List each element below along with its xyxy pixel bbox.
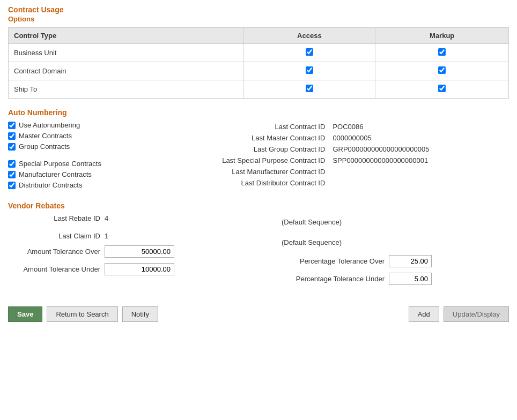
last-contract-id-label: Last Contract ID — [137, 121, 329, 132]
page-title: Contract Usage — [8, 5, 509, 14]
last-master-contract-id-label: Last Master Contract ID — [137, 132, 329, 144]
business-unit-access-checkbox[interactable] — [306, 48, 313, 56]
pct-tolerance-over-input[interactable] — [389, 255, 432, 267]
last-claim-id-value: 1 — [105, 232, 126, 240]
pct-tolerance-under-input[interactable] — [389, 273, 432, 285]
last-rebate-id-label: Last Rebate ID — [8, 214, 105, 222]
add-button[interactable]: Add — [409, 306, 439, 322]
last-claim-id-label: Last Claim ID — [8, 232, 105, 240]
table-row: Last Contract ID POC0086 — [137, 121, 509, 132]
last-master-contract-id-value: 0000000005 — [329, 132, 509, 144]
last-rebate-id-value: 4 — [105, 214, 126, 222]
col-header-access: Access — [243, 28, 375, 44]
auto-numbering-section: Auto Numbering Use Autonumbering Master … — [8, 108, 509, 192]
table-row: Last Distributor Contract ID — [137, 177, 509, 189]
pct-tolerance-under-label: Percentage Tolerance Under — [282, 275, 389, 283]
return-to-search-button[interactable]: Return to Search — [47, 306, 117, 322]
vendor-right: (Default Sequence) (Default Sequence) Pe… — [282, 214, 509, 290]
footer-buttons: Save Return to Search Notify Add Update/… — [8, 301, 509, 322]
amount-tolerance-under-input[interactable] — [105, 263, 174, 275]
table-row: Business Unit — [9, 44, 509, 62]
manufacturer-contracts-label: Manufacturer Contracts — [19, 170, 92, 178]
table-row: Last Master Contract ID 0000000005 — [137, 132, 509, 144]
amount-tolerance-over-label: Amount Tolerance Over — [8, 248, 105, 256]
last-group-contract-id-value: GRP000000000000000000005 — [329, 144, 509, 155]
group-contracts-checkbox[interactable] — [8, 143, 16, 151]
ship-to-access-checkbox[interactable] — [306, 85, 313, 92]
last-group-contract-id-label: Last Group Contract ID — [137, 144, 329, 155]
control-type-business-unit: Business Unit — [9, 44, 243, 62]
amount-tolerance-under-label: Amount Tolerance Under — [8, 265, 105, 273]
last-special-purpose-contract-id-value: SPP000000000000000000001 — [329, 155, 509, 166]
master-contracts-checkbox[interactable] — [8, 132, 16, 140]
page-subtitle: Options — [8, 15, 509, 23]
use-autonumbering-label: Use Autonumbering — [19, 121, 80, 129]
special-purpose-contracts-label: Special Purpose Contracts — [19, 160, 101, 168]
default-sequence-claim: (Default Sequence) — [282, 235, 509, 250]
table-row: Contract Domain — [9, 62, 509, 80]
id-table: Last Contract ID POC0086 Last Master Con… — [137, 121, 509, 189]
last-contract-id-value: POC0086 — [329, 121, 509, 132]
default-sequence-rebate: (Default Sequence) — [282, 214, 509, 229]
last-manufacturer-contract-id-value — [329, 166, 509, 177]
last-special-purpose-contract-id-label: Last Special Purpose Contract ID — [137, 155, 329, 166]
last-manufacturer-contract-id-label: Last Manufacturer Contract ID — [137, 166, 329, 177]
col-header-markup: Markup — [375, 28, 509, 44]
use-autonumbering-checkbox[interactable] — [8, 122, 16, 129]
group-contracts-label: Group Contracts — [19, 142, 70, 151]
auto-numbering-title: Auto Numbering — [8, 108, 509, 117]
special-purpose-contracts-checkbox[interactable] — [8, 160, 16, 168]
save-button[interactable]: Save — [8, 306, 42, 322]
table-row: Ship To — [9, 80, 509, 99]
notify-button[interactable]: Notify — [122, 306, 158, 322]
last-distributor-contract-id-value — [329, 177, 509, 189]
distributor-contracts-checkbox[interactable] — [8, 182, 16, 189]
contract-domain-access-checkbox[interactable] — [306, 66, 313, 74]
master-contracts-label: Master Contracts — [19, 132, 72, 140]
pct-tolerance-over-label: Percentage Tolerance Over — [282, 257, 389, 265]
table-row: Last Group Contract ID GRP00000000000000… — [137, 144, 509, 155]
ship-to-markup-checkbox[interactable] — [438, 85, 446, 92]
control-type-ship-to: Ship To — [9, 80, 243, 99]
footer-left-buttons: Save Return to Search Notify — [8, 306, 158, 322]
table-row: Last Special Purpose Contract ID SPP0000… — [137, 155, 509, 166]
auto-numbering-left: Use Autonumbering Master Contracts Group… — [8, 121, 126, 192]
amount-tolerance-over-input[interactable] — [105, 245, 174, 258]
vendor-left: Last Rebate ID 4 Last Claim ID 1 Amount … — [8, 214, 265, 290]
col-header-control-type: Control Type — [9, 28, 243, 44]
contract-domain-markup-checkbox[interactable] — [438, 66, 446, 74]
distributor-contracts-label: Distributor Contracts — [19, 181, 82, 189]
options-table: Control Type Access Markup Business Unit… — [8, 27, 509, 99]
business-unit-markup-checkbox[interactable] — [438, 48, 446, 56]
vendor-rebates-title: Vendor Rebates — [8, 201, 509, 210]
control-type-contract-domain: Contract Domain — [9, 62, 243, 80]
last-distributor-contract-id-label: Last Distributor Contract ID — [137, 177, 329, 189]
table-row: Last Manufacturer Contract ID — [137, 166, 509, 177]
update-display-button[interactable]: Update/Display — [444, 306, 509, 322]
footer-right-buttons: Add Update/Display — [409, 306, 509, 322]
auto-numbering-right: Last Contract ID POC0086 Last Master Con… — [137, 121, 509, 192]
manufacturer-contracts-checkbox[interactable] — [8, 171, 16, 178]
vendor-rebates-section: Vendor Rebates Last Rebate ID 4 Last Cla… — [8, 201, 509, 290]
